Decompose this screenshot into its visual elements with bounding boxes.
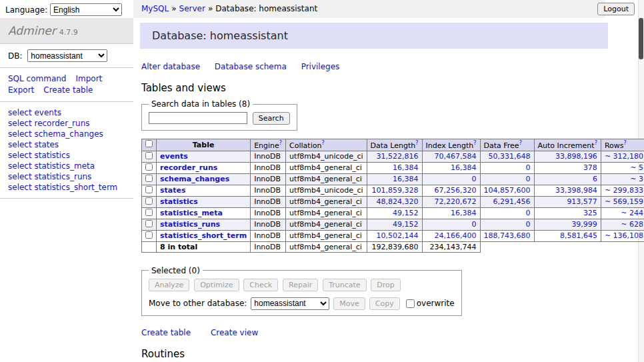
index-length-link[interactable]: 0	[472, 175, 477, 183]
help-icon[interactable]: ?	[623, 140, 626, 146]
index-length-link[interactable]: 24,166,400	[435, 231, 477, 240]
move-db-select[interactable]: homeassistant	[251, 297, 329, 310]
row-checkbox[interactable]	[145, 197, 153, 205]
index-length-link[interactable]: 72,220,672	[435, 197, 477, 206]
help-icon[interactable]: ?	[473, 140, 476, 146]
help-icon[interactable]: ?	[321, 140, 324, 146]
sidebar-item-select-recorder-runs[interactable]: select recorder_runs	[8, 118, 125, 129]
table-name-link[interactable]: statistics_short_term	[160, 231, 247, 240]
table-name-link[interactable]: statistics_runs	[160, 220, 220, 229]
data-length-link[interactable]: 49,152	[393, 209, 419, 217]
create-view-link[interactable]: Create view	[211, 328, 258, 337]
sidebar-sql-command-link[interactable]: SQL command	[8, 74, 66, 83]
search-input[interactable]	[149, 112, 247, 124]
help-icon[interactable]: ?	[595, 140, 597, 146]
database-schema-link[interactable]: Database schema	[215, 62, 287, 71]
rows-link[interactable]: ~ 628	[621, 220, 643, 229]
row-checkbox[interactable]	[145, 220, 153, 227]
auto-increment-link[interactable]: 325	[583, 209, 597, 217]
index-length-link[interactable]: 16,384	[451, 163, 477, 172]
rows-link[interactable]: ~ 3	[630, 175, 643, 183]
row-checkbox[interactable]	[145, 231, 153, 239]
data-free-link[interactable]: 0	[526, 209, 531, 217]
help-icon[interactable]: ?	[519, 140, 522, 146]
table-name-link[interactable]: recorder_runs	[160, 163, 217, 172]
rows-link[interactable]: ~ 299,833	[605, 186, 643, 195]
breadcrumb-server-link[interactable]: Server	[179, 4, 205, 13]
sidebar-import-link[interactable]: Import	[75, 74, 102, 83]
sidebar-item-select-statistics-short-term[interactable]: select statistics_short_term	[8, 182, 125, 193]
auto-increment-link[interactable]: 6	[593, 175, 597, 183]
data-free-link[interactable]: 0	[526, 175, 531, 183]
copy-button[interactable]: Copy	[369, 297, 400, 310]
alter-database-link[interactable]: Alter database	[141, 62, 200, 71]
logout-button[interactable]: Logout	[597, 3, 635, 15]
move-button[interactable]: Move	[333, 297, 365, 310]
rows-link[interactable]: ~ 5	[630, 163, 643, 172]
table-name-link[interactable]: events	[160, 152, 188, 161]
drop-button[interactable]: Drop	[371, 279, 400, 291]
language-select[interactable]: English	[50, 3, 122, 16]
sidebar-item-select-schema-changes[interactable]: select schema_changes	[8, 129, 125, 139]
select-all-checkbox[interactable]	[145, 140, 153, 147]
sidebar-item-select-statistics-meta[interactable]: select statistics_meta	[8, 161, 125, 171]
index-length-link[interactable]: 0	[472, 220, 477, 229]
rows-link[interactable]: ~ 312,180	[605, 152, 643, 161]
auto-increment-link[interactable]: 913,577	[567, 197, 597, 206]
overwrite-checkbox[interactable]	[406, 299, 415, 308]
rows-link[interactable]: ~ 244	[621, 209, 643, 217]
rows-link[interactable]: ~ 136,108	[605, 231, 643, 240]
index-length-link[interactable]: 16,384	[451, 209, 477, 217]
sidebar-item-select-events[interactable]: select events	[8, 107, 125, 118]
row-checkbox[interactable]	[145, 175, 153, 182]
data-length-link[interactable]: 10,502,144	[377, 231, 419, 240]
optimize-button[interactable]: Optimize	[194, 279, 239, 291]
data-length-link[interactable]: 48,824,320	[377, 197, 419, 206]
sidebar-item-select-statistics[interactable]: select statistics	[8, 150, 125, 161]
auto-increment-link[interactable]: 39,999	[571, 220, 597, 229]
table-name-link[interactable]: statistics	[160, 197, 198, 206]
data-free-link[interactable]: 0	[526, 220, 531, 229]
sidebar-create-table-link[interactable]: Create table	[43, 85, 93, 95]
help-icon[interactable]: ?	[279, 140, 282, 146]
auto-increment-link[interactable]: 8,581,645	[560, 231, 597, 240]
rows-link[interactable]: ~ 569,159	[605, 197, 643, 206]
data-length-link[interactable]: 101,859,328	[372, 186, 419, 195]
data-free-link[interactable]: 104,857,600	[484, 186, 531, 195]
create-table-link[interactable]: Create table	[141, 328, 191, 337]
auto-increment-link[interactable]: 33,398,984	[555, 186, 597, 195]
data-free-link[interactable]: 50,331,648	[489, 152, 531, 161]
search-button[interactable]: Search	[253, 112, 290, 125]
table-name-link[interactable]: schema_changes	[160, 175, 229, 183]
truncate-button[interactable]: Truncate	[323, 279, 366, 291]
data-length-link[interactable]: 49,152	[393, 220, 419, 229]
help-icon[interactable]: ?	[415, 140, 418, 146]
data-length-link[interactable]: 16,384	[393, 175, 419, 183]
row-checkbox[interactable]	[145, 152, 153, 159]
row-checkbox[interactable]	[145, 163, 153, 171]
table-name-link[interactable]: states	[160, 186, 186, 195]
analyze-button[interactable]: Analyze	[149, 279, 189, 291]
auto-increment-link[interactable]: 378	[583, 163, 597, 172]
row-checkbox[interactable]	[145, 186, 153, 193]
db-select[interactable]: homeassistant	[27, 49, 107, 62]
repair-button[interactable]: Repair	[283, 279, 318, 291]
table-name-link[interactable]: statistics_meta	[160, 209, 223, 217]
data-length-link[interactable]: 16,384	[393, 163, 419, 172]
sidebar-export-link[interactable]: Export	[8, 85, 34, 95]
data-free-link[interactable]: 188,743,680	[484, 231, 531, 240]
breadcrumb-mysql-link[interactable]: MySQL	[141, 4, 169, 13]
row-checkbox[interactable]	[145, 209, 153, 216]
scrollbar-thumb[interactable]	[639, 18, 643, 59]
data-length-link[interactable]: 31,522,816	[377, 152, 419, 161]
sidebar-item-select-statistics-runs[interactable]: select statistics_runs	[8, 171, 125, 182]
breadcrumb-separator: »	[208, 4, 213, 13]
data-free-link[interactable]: 0	[526, 163, 531, 172]
check-button[interactable]: Check	[243, 279, 278, 291]
index-length-link[interactable]: 67,256,320	[435, 186, 477, 195]
auto-increment-link[interactable]: 33,898,196	[555, 152, 597, 161]
privileges-link[interactable]: Privileges	[301, 62, 340, 71]
index-length-link[interactable]: 70,467,584	[435, 152, 477, 161]
data-free-link[interactable]: 6,291,456	[493, 197, 531, 206]
sidebar-item-select-states[interactable]: select states	[8, 139, 125, 150]
